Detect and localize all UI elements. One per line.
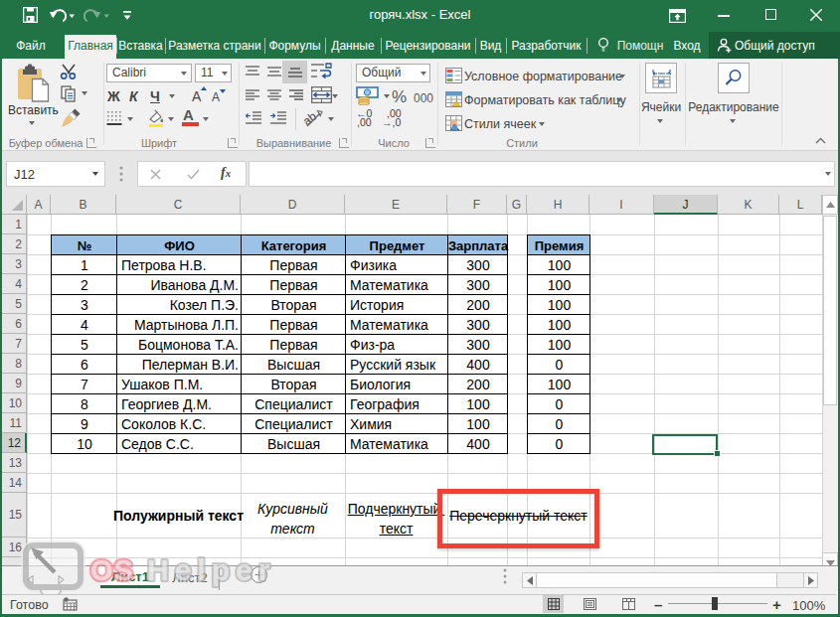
- svg-text:Helper: Helper: [147, 553, 275, 586]
- svg-text:ab: ab: [301, 109, 319, 128]
- svg-text:OS: OS: [90, 554, 134, 586]
